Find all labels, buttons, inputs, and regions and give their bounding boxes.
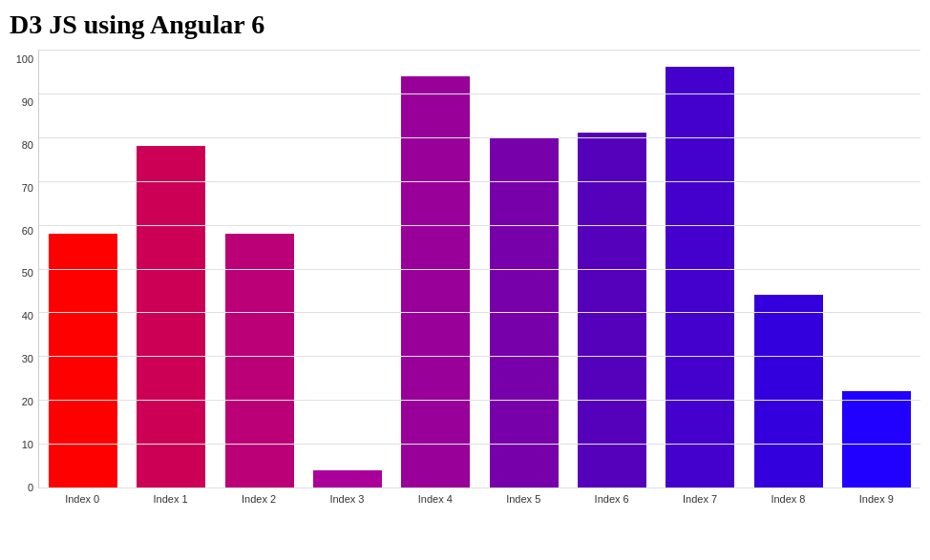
x-axis-label: Index 9 [833,493,920,505]
bar-group [656,50,744,487]
y-axis-label: 10 [22,440,33,450]
bar [137,146,205,487]
bar [49,234,117,487]
y-axis-label: 30 [22,354,33,364]
bar-group [744,50,832,487]
y-axis-label: 50 [22,268,33,279]
x-axis-label: Index 6 [567,493,655,505]
x-axis-label: Index 4 [391,493,479,505]
y-axis-label: 60 [22,226,33,237]
bar-group [479,50,567,487]
bar [225,234,294,487]
x-axis-label: Index 3 [303,493,391,505]
bar [666,67,734,487]
bar [842,391,911,487]
app-container: D3 JS using Angular 6 100908070605040302… [0,0,930,560]
x-axis-label: Index 7 [656,493,744,505]
y-axis: 1009080706050403020100 [10,54,38,493]
x-axis-label: Index 8 [744,493,832,505]
bar-group [39,50,127,487]
page-title: D3 JS using Angular 6 [10,10,920,40]
y-axis-label: 100 [16,54,33,65]
chart-container: 1009080706050403020100 Index 0Index 1Ind… [10,50,920,546]
bars-wrapper [38,50,920,488]
x-axis-label: Index 5 [479,493,567,505]
bar [578,133,646,487]
chart-area: Index 0Index 1Index 2Index 3Index 4Index… [38,50,920,536]
bar [754,295,823,487]
bar-group [833,50,920,487]
y-axis-label: 90 [22,97,33,108]
bar-group [304,50,391,487]
y-axis-label: 20 [22,397,33,407]
bar [401,76,470,487]
y-axis-label: 0 [28,483,33,493]
bar [490,137,559,487]
y-axis-label: 80 [22,140,33,151]
x-axis-label: Index 0 [38,493,126,505]
bar-group [127,50,215,487]
y-axis-label: 40 [22,311,33,321]
bar-group [391,50,479,487]
x-axis-label: Index 1 [126,493,214,505]
bar-group [216,50,304,487]
grid-line [39,487,920,488]
y-axis-label: 70 [22,183,33,194]
bar-group [568,50,656,487]
bar [313,470,382,487]
x-labels: Index 0Index 1Index 2Index 3Index 4Index… [38,493,920,505]
x-axis-label: Index 2 [215,493,303,505]
